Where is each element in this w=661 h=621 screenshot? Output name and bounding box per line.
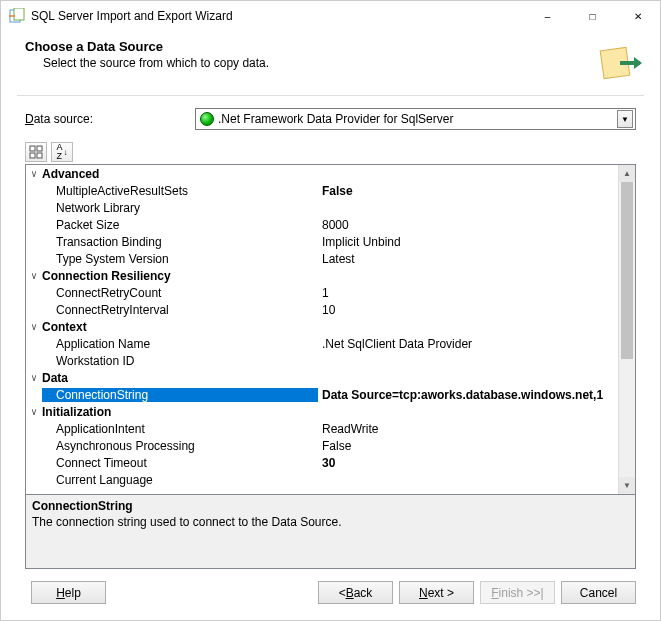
property-value[interactable]: Data Source=tcp:aworks.database.windows.… <box>318 388 635 402</box>
provider-icon <box>200 112 214 126</box>
property-value[interactable]: ReadWrite <box>318 422 635 436</box>
window-controls: – □ ✕ <box>525 1 660 31</box>
property-name: Current Language <box>42 473 318 487</box>
property-row[interactable]: Asynchronous ProcessingFalse <box>26 437 635 454</box>
property-name: ConnectRetryInterval <box>42 303 318 317</box>
property-value[interactable]: 30 <box>318 456 635 470</box>
property-row[interactable]: ConnectRetryCount1 <box>26 284 635 301</box>
svg-rect-4 <box>37 146 42 151</box>
svg-rect-1 <box>14 8 24 20</box>
property-value[interactable]: 10 <box>318 303 635 317</box>
category-label: Advanced <box>42 167 99 181</box>
property-name: ConnectRetryCount <box>42 286 318 300</box>
property-value[interactable]: False <box>318 184 635 198</box>
property-value[interactable]: 1 <box>318 286 635 300</box>
data-source-value: .Net Framework Data Provider for SqlServ… <box>218 112 617 126</box>
category-header[interactable]: ∨Data <box>26 369 635 386</box>
property-value[interactable]: False <box>318 439 635 453</box>
property-value[interactable]: Implicit Unbind <box>318 235 635 249</box>
finish-button: Finish >>| <box>480 581 555 604</box>
collapse-icon[interactable]: ∨ <box>28 270 40 281</box>
property-row[interactable]: Packet Size8000 <box>26 216 635 233</box>
propertygrid-toolbar: AZ↓ <box>25 140 636 164</box>
scroll-down-button[interactable]: ▼ <box>619 477 635 494</box>
property-name: Network Library <box>42 201 318 215</box>
next-button[interactable]: Next > <box>399 581 474 604</box>
back-button[interactable]: < Back <box>318 581 393 604</box>
category-header[interactable]: ∨Advanced <box>26 165 635 182</box>
help-button[interactable]: Help <box>31 581 106 604</box>
wizard-window: SQL Server Import and Export Wizard – □ … <box>0 0 661 621</box>
collapse-icon[interactable]: ∨ <box>28 168 40 179</box>
svg-rect-6 <box>37 153 42 158</box>
cancel-button[interactable]: Cancel <box>561 581 636 604</box>
minimize-button[interactable]: – <box>525 1 570 31</box>
alphabetical-button[interactable]: AZ↓ <box>51 142 73 162</box>
footer: Help < Back Next > Finish >>| Cancel <box>1 569 660 620</box>
property-row[interactable]: Workstation ID <box>26 352 635 369</box>
property-name: Application Name <box>42 337 318 351</box>
property-value[interactable]: Latest <box>318 252 635 266</box>
maximize-button[interactable]: □ <box>570 1 615 31</box>
page-body: Data source: .Net Framework Data Provide… <box>1 96 660 569</box>
page-header: Choose a Data Source Select the source f… <box>1 31 660 95</box>
property-row[interactable]: ConnectRetryInterval10 <box>26 301 635 318</box>
data-source-label: Data source: <box>25 112 195 126</box>
description-title: ConnectionString <box>32 499 629 513</box>
property-name: Connect Timeout <box>42 456 318 470</box>
data-source-combo[interactable]: .Net Framework Data Provider for SqlServ… <box>195 108 636 130</box>
property-row[interactable]: Application Name.Net SqlClient Data Prov… <box>26 335 635 352</box>
app-icon <box>9 8 25 24</box>
property-row[interactable]: Transaction BindingImplicit Unbind <box>26 233 635 250</box>
property-row[interactable]: MultipleActiveResultSetsFalse <box>26 182 635 199</box>
property-row[interactable]: Connect Timeout30 <box>26 454 635 471</box>
scroll-track[interactable] <box>619 182 635 477</box>
property-name: Asynchronous Processing <box>42 439 318 453</box>
property-name: Transaction Binding <box>42 235 318 249</box>
page-title: Choose a Data Source <box>25 39 596 54</box>
category-header[interactable]: ∨Initialization <box>26 403 635 420</box>
property-name: Workstation ID <box>42 354 318 368</box>
category-label: Connection Resiliency <box>42 269 171 283</box>
chevron-down-icon[interactable]: ▼ <box>617 110 633 128</box>
scrollbar[interactable]: ▲ ▼ <box>618 165 635 494</box>
data-source-row: Data source: .Net Framework Data Provide… <box>25 108 636 130</box>
scroll-up-button[interactable]: ▲ <box>619 165 635 182</box>
collapse-icon[interactable]: ∨ <box>28 372 40 383</box>
category-header[interactable]: ∨Connection Resiliency <box>26 267 635 284</box>
property-description: ConnectionString The connection string u… <box>26 494 635 568</box>
property-name: ApplicationIntent <box>42 422 318 436</box>
property-row[interactable]: Current Language <box>26 471 635 488</box>
category-label: Context <box>42 320 87 334</box>
collapse-icon[interactable]: ∨ <box>28 406 40 417</box>
property-value[interactable]: .Net SqlClient Data Provider <box>318 337 635 351</box>
property-row[interactable]: Network Library <box>26 199 635 216</box>
scroll-thumb[interactable] <box>621 182 633 359</box>
property-name: MultipleActiveResultSets <box>42 184 318 198</box>
page-subtitle: Select the source from which to copy dat… <box>43 56 596 70</box>
svg-rect-5 <box>30 153 35 158</box>
property-name: ConnectionString <box>42 388 318 402</box>
property-value[interactable]: 8000 <box>318 218 635 232</box>
banner-icon <box>596 39 644 87</box>
collapse-icon[interactable]: ∨ <box>28 321 40 332</box>
category-label: Initialization <box>42 405 111 419</box>
property-name: Type System Version <box>42 252 318 266</box>
titlebar: SQL Server Import and Export Wizard – □ … <box>1 1 660 31</box>
svg-rect-3 <box>30 146 35 151</box>
property-row[interactable]: ApplicationIntentReadWrite <box>26 420 635 437</box>
category-header[interactable]: ∨Context <box>26 318 635 335</box>
description-text: The connection string used to connect to… <box>32 515 629 529</box>
category-label: Data <box>42 371 68 385</box>
window-title: SQL Server Import and Export Wizard <box>31 9 525 23</box>
categorized-button[interactable] <box>25 142 47 162</box>
property-name: Packet Size <box>42 218 318 232</box>
property-grid: ∨AdvancedMultipleActiveResultSetsFalseNe… <box>25 164 636 569</box>
property-grid-body[interactable]: ∨AdvancedMultipleActiveResultSetsFalseNe… <box>26 165 635 494</box>
property-row[interactable]: ConnectionStringData Source=tcp:aworks.d… <box>26 386 635 403</box>
property-row[interactable]: Type System VersionLatest <box>26 250 635 267</box>
close-button[interactable]: ✕ <box>615 1 660 31</box>
